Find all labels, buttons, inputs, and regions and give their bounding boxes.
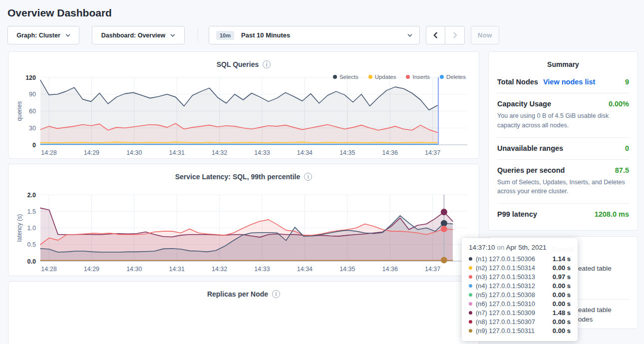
svg-text:14:30: 14:30 [126,149,142,156]
info-icon[interactable]: i [304,173,312,181]
event-item-fragment[interactable]: eated table [578,306,612,314]
tooltip-node-row: (n9) 127.0.0.1:503110.00 s [469,326,571,335]
svg-text:14:30: 14:30 [126,266,142,273]
svg-text:14:37: 14:37 [425,149,440,156]
p99-latency-value: 1208.0 ms [595,210,629,218]
view-nodes-list-link[interactable]: View nodes list [543,78,596,86]
chevron-right-icon [452,32,458,38]
summary-row-unavailable: Unavailable ranges 0 [497,138,629,160]
node-address: (n3) 127.0.0.1:50313 [476,273,535,281]
legend-item-selects[interactable]: Selects [333,74,358,80]
tooltip-node-row: (n5) 127.0.0.1:503080.00 s [469,290,571,299]
legend-item-updates[interactable]: Updates [368,74,396,80]
svg-text:14:31: 14:31 [169,149,185,156]
chevron-down-icon [65,33,70,38]
service-latency-card: Service Latency: SQL, 99th percentile i … [8,164,479,276]
chart-tooltip: 14:37:10 on Apr 5th, 2021 (n1) 127.0.0.1… [462,238,578,341]
node-latency-value: 0.97 s [553,273,571,281]
svg-text:14:36: 14:36 [382,266,398,273]
node-latency-value: 0.00 s [553,318,571,326]
node-dot-icon [469,302,472,306]
selects-dot-icon [333,75,337,79]
svg-text:14:33: 14:33 [254,266,270,273]
node-dot-icon [469,329,472,333]
capacity-label: Capacity Usage [497,100,551,108]
svg-text:14:33: 14:33 [254,149,270,156]
sql-queries-chart[interactable]: 030609012014:2814:2914:3014:3114:3214:33… [8,72,479,158]
svg-text:queries: queries [16,101,23,121]
toolbar: Graph: Cluster Dashboard: Overview 10m P… [7,26,638,44]
chevron-down-icon [170,33,175,38]
tooltip-timestamp: 14:37:10 on Apr 5th, 2021 [469,244,571,251]
time-pager [426,26,465,44]
svg-text:0.0: 0.0 [27,258,36,265]
node-latency-value: 0.00 s [553,282,571,290]
node-dot-icon [469,320,472,324]
summary-title: Summary [497,52,629,71]
svg-text:14:28: 14:28 [41,266,56,273]
page-title: Overview Dashboard [0,0,644,19]
service-latency-chart[interactable]: 0.00.51.01.52.014:2814:2914:3014:3114:32… [8,190,479,276]
event-item-fragment[interactable]: eated table [578,265,612,272]
node-latency-value: 1.48 s [553,309,571,317]
toolbar-divider [198,29,198,42]
legend-item-inserts[interactable]: Inserts [406,74,430,80]
replicas-chart-title: Replicas per Node [207,290,268,298]
svg-text:14:35: 14:35 [339,266,355,273]
node-latency-value: 0.00 s [553,327,571,335]
summary-row-capacity: Capacity Usage 0.00% You are using 0 B o… [497,93,629,138]
chevron-down-icon [407,33,412,38]
graph-dropdown-label: Graph: Cluster [16,32,60,39]
info-icon[interactable]: i [272,290,280,298]
time-prev-button[interactable] [426,26,445,44]
tooltip-node-row: (n4) 127.0.0.1:503120.00 s [469,281,571,290]
qps-value: 87.5 [615,166,629,174]
deletes-dot-icon [440,75,444,79]
node-address: (n4) 127.0.0.1:50312 [476,282,535,290]
info-icon[interactable]: i [263,60,271,68]
event-item-fragment[interactable]: odes [578,316,593,323]
svg-text:0: 0 [32,142,36,149]
svg-text:14:28: 14:28 [41,149,56,156]
tooltip-rows: (n1) 127.0.0.1:503061.14 s(n2) 127.0.0.1… [469,254,571,335]
sql-queries-legend: Selects Updates Inserts Deletes [333,74,466,80]
node-dot-icon [469,293,472,297]
summary-panel: Summary Total Nodes View nodes list 9 Ca… [488,51,638,231]
graph-dropdown[interactable]: Graph: Cluster [7,26,79,44]
capacity-value: 0.00% [609,100,629,108]
summary-row-qps: Queries per second 87.5 Sum of Selects, … [497,160,629,204]
node-address: (n7) 127.0.0.1:50309 [476,309,535,317]
time-range-selector[interactable]: 10m Past 10 Minutes [209,26,420,44]
chevron-left-icon [432,32,439,38]
node-address: (n5) 127.0.0.1:50308 [476,291,535,299]
node-address: (n9) 127.0.0.1:50311 [476,327,535,335]
time-range-label: Past 10 Minutes [241,31,290,39]
time-range-badge: 10m [216,31,234,40]
node-address: (n1) 127.0.0.1:50306 [476,255,535,263]
tooltip-node-row: (n2) 127.0.0.1:503140.00 s [469,263,571,272]
capacity-desc: You are using 0 B of 4.5 GiB usable disk… [497,111,629,130]
legend-item-deletes[interactable]: Deletes [440,74,466,80]
svg-text:120: 120 [25,74,36,81]
summary-row-total-nodes: Total Nodes View nodes list 9 [497,71,629,93]
total-nodes-value: 9 [625,78,629,86]
dashboard-dropdown[interactable]: Dashboard: Overview [92,26,185,44]
svg-text:1.0: 1.0 [27,225,36,232]
svg-text:60: 60 [29,108,36,115]
qps-label: Queries per second [497,166,565,174]
svg-text:14:34: 14:34 [297,149,313,156]
node-address: (n8) 127.0.0.1:50307 [476,318,535,326]
node-latency-value: 0.00 s [553,264,571,272]
node-address: (n6) 127.0.0.1:50310 [476,300,535,308]
node-latency-value: 0.00 s [553,291,571,299]
svg-text:2.0: 2.0 [27,192,36,199]
dashboard-dropdown-label: Dashboard: Overview [101,32,166,39]
svg-text:14:36: 14:36 [382,149,398,156]
unavailable-ranges-label: Unavailable ranges [497,144,563,152]
time-next-button[interactable] [445,26,465,44]
now-button[interactable]: Now [471,26,499,44]
svg-text:latency (s): latency (s) [16,214,23,242]
node-dot-icon [469,311,472,315]
unavailable-ranges-value: 0 [625,144,629,152]
inserts-dot-icon [406,75,410,79]
